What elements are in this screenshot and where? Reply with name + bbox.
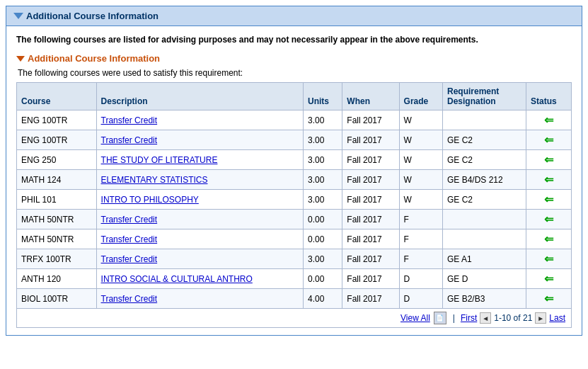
description-link[interactable]: Transfer Credit [101, 115, 158, 125]
footer-row: View All 📄 | First ◄ 1-10 of 21 ► Last [17, 309, 572, 328]
req-designation-cell [442, 229, 526, 249]
collapse-icon[interactable] [13, 13, 23, 19]
description-link[interactable]: Transfer Credit [101, 254, 158, 264]
col-grade: Grade [399, 83, 442, 110]
units-cell: 3.00 [304, 110, 342, 130]
page-range: 1-10 of 21 [494, 313, 532, 323]
grade-cell: D [399, 269, 442, 289]
table-row: MATH 50NTRTransfer Credit0.00Fall 2017F⇐ [17, 210, 572, 229]
when-cell: Fall 2017 [342, 229, 399, 249]
when-cell: Fall 2017 [342, 210, 399, 229]
course-cell: ANTH 120 [17, 269, 97, 289]
description-cell[interactable]: Transfer Credit [96, 210, 303, 229]
when-cell: Fall 2017 [342, 150, 399, 170]
table-row: PHIL 101INTRO TO PHILOSOPHY3.00Fall 2017… [17, 190, 572, 210]
req-designation-cell [442, 110, 526, 130]
status-arrow-icon[interactable]: ⇐ [544, 273, 553, 285]
next-page-icon[interactable]: ► [535, 312, 546, 324]
col-status: Status [526, 83, 572, 110]
col-units: Units [304, 83, 342, 110]
description-cell[interactable]: THE STUDY OF LITERATURE [96, 150, 303, 170]
status-arrow-icon[interactable]: ⇐ [544, 114, 553, 126]
sub-section-header: Additional Course Information [16, 53, 572, 64]
advisory-text: The following courses are listed for adv… [16, 35, 572, 45]
sub-collapse-icon[interactable] [16, 56, 25, 62]
col-when: When [342, 83, 399, 110]
req-designation-cell: GE D [442, 269, 526, 289]
prev-page-icon[interactable]: ◄ [480, 312, 491, 324]
status-arrow-icon[interactable]: ⇐ [544, 154, 553, 166]
course-cell: BIOL 100TR [17, 289, 97, 309]
status-arrow-icon[interactable]: ⇐ [544, 293, 553, 305]
description-link[interactable]: THE STUDY OF LITERATURE [101, 155, 218, 165]
description-link[interactable]: Transfer Credit [101, 215, 158, 225]
units-cell: 0.00 [304, 269, 342, 289]
when-cell: Fall 2017 [342, 110, 399, 130]
status-arrow-icon[interactable]: ⇐ [544, 213, 553, 225]
description-link[interactable]: INTRO SOCIAL & CULTURAL ANTHRO [101, 274, 253, 284]
req-designation-cell: GE C2 [442, 150, 526, 170]
status-cell: ⇐ [526, 110, 572, 130]
last-link[interactable]: Last [549, 313, 565, 323]
description-cell[interactable]: Transfer Credit [96, 249, 303, 269]
grade-cell: F [399, 249, 442, 269]
description-link[interactable]: INTRO TO PHILOSOPHY [101, 195, 199, 205]
description-cell[interactable]: Transfer Credit [96, 130, 303, 150]
status-cell: ⇐ [526, 249, 572, 269]
status-arrow-icon[interactable]: ⇐ [544, 233, 553, 245]
units-cell: 3.00 [304, 249, 342, 269]
description-link[interactable]: Transfer Credit [101, 294, 158, 304]
req-designation-cell: GE C2 [442, 130, 526, 150]
description-cell[interactable]: ELEMENTARY STATISTICS [96, 170, 303, 190]
units-cell: 3.00 [304, 170, 342, 190]
view-all-link[interactable]: View All [400, 313, 430, 323]
units-cell: 3.00 [304, 130, 342, 150]
status-arrow-icon[interactable]: ⇐ [544, 253, 553, 265]
req-designation-cell: GE B2/B3 [442, 289, 526, 309]
status-cell: ⇐ [526, 289, 572, 309]
description-cell[interactable]: Transfer Credit [96, 289, 303, 309]
description-cell[interactable]: INTRO TO PHILOSOPHY [96, 190, 303, 210]
status-arrow-icon[interactable]: ⇐ [544, 193, 553, 205]
description-cell[interactable]: Transfer Credit [96, 229, 303, 249]
req-designation-cell: GE B4/DS 212 [442, 170, 526, 190]
separator: | [453, 313, 455, 323]
description-link[interactable]: Transfer Credit [101, 135, 158, 145]
table-row: ENG 250THE STUDY OF LITERATURE3.00Fall 2… [17, 150, 572, 170]
status-arrow-icon[interactable]: ⇐ [544, 134, 553, 146]
grade-cell: W [399, 150, 442, 170]
status-cell: ⇐ [526, 150, 572, 170]
main-container: Additional Course Information The follow… [6, 6, 582, 336]
units-cell: 4.00 [304, 289, 342, 309]
grade-cell: W [399, 170, 442, 190]
status-cell: ⇐ [526, 170, 572, 190]
course-cell: MATH 50NTR [17, 229, 97, 249]
status-cell: ⇐ [526, 269, 572, 289]
when-cell: Fall 2017 [342, 269, 399, 289]
req-designation-cell [442, 210, 526, 229]
when-cell: Fall 2017 [342, 170, 399, 190]
grade-cell: W [399, 110, 442, 130]
grade-cell: W [399, 130, 442, 150]
status-arrow-icon[interactable]: ⇐ [544, 174, 553, 186]
status-cell: ⇐ [526, 229, 572, 249]
description-cell[interactable]: INTRO SOCIAL & CULTURAL ANTHRO [96, 269, 303, 289]
description-cell[interactable]: Transfer Credit [96, 110, 303, 130]
footer-cell: View All 📄 | First ◄ 1-10 of 21 ► Last [17, 309, 572, 328]
when-cell: Fall 2017 [342, 289, 399, 309]
units-cell: 3.00 [304, 190, 342, 210]
table-row: ENG 100TRTransfer Credit3.00Fall 2017WGE… [17, 130, 572, 150]
page-icon[interactable]: 📄 [434, 312, 446, 324]
description-link[interactable]: ELEMENTARY STATISTICS [101, 175, 208, 185]
first-link[interactable]: First [461, 313, 477, 323]
table-row: ENG 100TRTransfer Credit3.00Fall 2017W⇐ [17, 110, 572, 130]
courses-table: Course Description Units When Grade Requ… [16, 82, 572, 328]
units-cell: 0.00 [304, 210, 342, 229]
units-cell: 0.00 [304, 229, 342, 249]
table-row: MATH 50NTRTransfer Credit0.00Fall 2017F⇐ [17, 229, 572, 249]
when-cell: Fall 2017 [342, 190, 399, 210]
units-cell: 3.00 [304, 150, 342, 170]
description-link[interactable]: Transfer Credit [101, 234, 158, 244]
main-content: The following courses are listed for adv… [6, 26, 582, 335]
req-designation-cell: GE C2 [442, 190, 526, 210]
